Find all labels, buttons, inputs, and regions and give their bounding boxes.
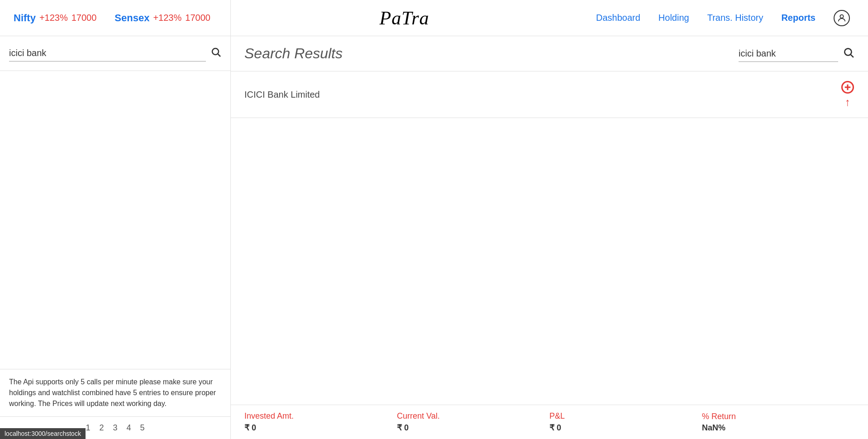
app-logo: PaTra [379,7,429,29]
add-btn-container: ↑ [841,80,854,109]
return-item: % Return NaN% [702,412,854,433]
search-results-body: ICICI Bank Limited ↑ [231,71,868,405]
pnl-value: ₹ 0 [549,423,702,433]
svg-line-2 [218,54,221,57]
left-search-bar [0,36,230,71]
right-search-bar [739,46,854,62]
nifty-label: Nifty [14,12,36,24]
svg-line-4 [851,54,854,57]
search-results-header: Search Results [231,36,868,71]
page-3[interactable]: 3 [113,423,117,433]
svg-point-1 [212,48,219,55]
add-stock-button[interactable] [841,80,854,94]
nav-holding[interactable]: Holding [658,13,689,23]
main-content: The Api supports only 5 calls per minute… [0,36,868,439]
invested-amt-item: Invested Amt. ₹ 0 [244,411,397,433]
nifty-change: +123% [39,13,68,23]
arrow-up-icon: ↑ [845,96,850,109]
nifty-ticker: Nifty +123% 17000 [14,12,96,24]
sensex-value: 17000 [185,13,210,23]
left-panel: The Api supports only 5 calls per minute… [0,36,231,439]
nifty-value: 17000 [72,13,97,23]
pnl-label: P&L [549,411,702,421]
bottom-bar: Invested Amt. ₹ 0 Current Val. ₹ 0 P&L ₹… [231,405,868,439]
page-2[interactable]: 2 [99,423,104,433]
nav-section: Dashboard Holding Trans. History Reports [578,10,868,26]
current-value: ₹ 0 [397,423,549,433]
left-search-button[interactable] [210,47,221,60]
invested-label: Invested Amt. [244,411,397,421]
user-icon[interactable] [834,10,850,26]
right-search-input[interactable] [739,46,838,62]
svg-point-3 [844,48,851,55]
top-header: Nifty +123% 17000 Sensex +123% 17000 PaT… [0,0,868,36]
result-item: ICICI Bank Limited ↑ [231,71,868,118]
sensex-label: Sensex [114,12,149,24]
nav-trans-history[interactable]: Trans. History [707,13,763,23]
url-tooltip: localhost:3000/searchstock [0,428,86,439]
search-results-title: Search Results [244,45,730,62]
result-item-name: ICICI Bank Limited [244,90,320,100]
api-notice: The Api supports only 5 calls per minute… [0,369,230,416]
page-5[interactable]: 5 [140,423,145,433]
nav-reports[interactable]: Reports [781,13,816,23]
sensex-change: +123% [153,13,181,23]
page-1[interactable]: 1 [86,423,90,433]
left-search-input[interactable] [9,45,206,61]
return-label: % Return [702,412,854,421]
return-value: NaN% [702,423,854,433]
nav-dashboard[interactable]: Dashboard [596,13,640,23]
current-label: Current Val. [397,411,549,421]
left-panel-body: The Api supports only 5 calls per minute… [0,71,230,416]
pnl-item: P&L ₹ 0 [549,411,702,433]
right-search-button[interactable] [843,47,854,61]
sensex-ticker: Sensex +123% 17000 [114,12,210,24]
invested-value: ₹ 0 [244,423,397,433]
logo-section: PaTra [231,7,578,29]
ticker-section: Nifty +123% 17000 Sensex +123% 17000 [0,0,231,36]
current-val-item: Current Val. ₹ 0 [397,411,549,433]
right-panel: Search Results ICICI Bank Limited [231,36,868,439]
svg-point-0 [840,14,843,18]
page-4[interactable]: 4 [127,423,131,433]
